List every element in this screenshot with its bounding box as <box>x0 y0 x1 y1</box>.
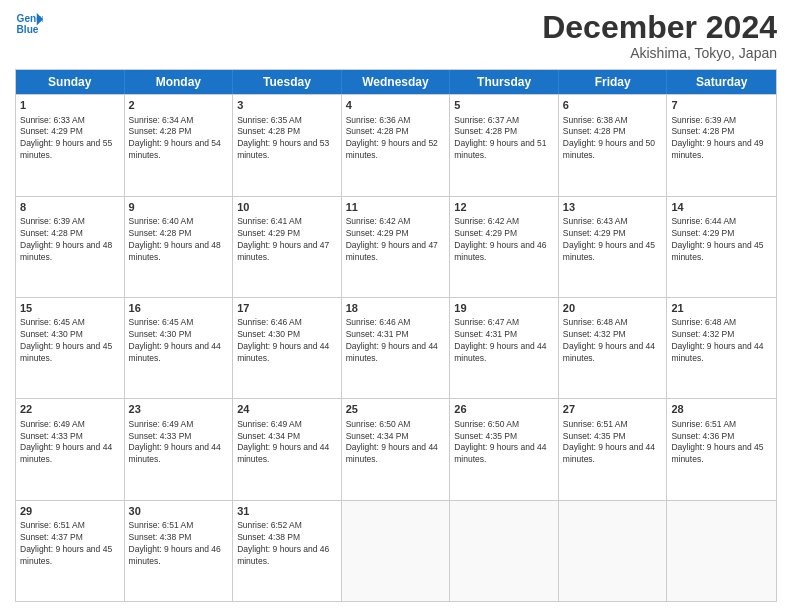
day-number: 19 <box>454 301 554 316</box>
day-header-tuesday: Tuesday <box>233 70 342 94</box>
daylight-text: Daylight: 9 hours and 45 minutes. <box>671 240 763 262</box>
daylight-text: Daylight: 9 hours and 44 minutes. <box>129 442 221 464</box>
sunset-text: Sunset: 4:33 PM <box>129 431 192 441</box>
sunset-text: Sunset: 4:37 PM <box>20 532 83 542</box>
daylight-text: Daylight: 9 hours and 44 minutes. <box>129 341 221 363</box>
sunset-text: Sunset: 4:28 PM <box>563 126 626 136</box>
day-cell-17: 17Sunrise: 6:46 AMSunset: 4:30 PMDayligh… <box>233 298 342 398</box>
day-cell-11: 11Sunrise: 6:42 AMSunset: 4:29 PMDayligh… <box>342 197 451 297</box>
sunset-text: Sunset: 4:28 PM <box>20 228 83 238</box>
sunset-text: Sunset: 4:28 PM <box>454 126 517 136</box>
sunset-text: Sunset: 4:28 PM <box>129 228 192 238</box>
sunrise-text: Sunrise: 6:44 AM <box>671 216 736 226</box>
daylight-text: Daylight: 9 hours and 54 minutes. <box>129 138 221 160</box>
day-header-friday: Friday <box>559 70 668 94</box>
empty-cell <box>667 501 776 601</box>
sunrise-text: Sunrise: 6:41 AM <box>237 216 302 226</box>
daylight-text: Daylight: 9 hours and 53 minutes. <box>237 138 329 160</box>
day-cell-9: 9Sunrise: 6:40 AMSunset: 4:28 PMDaylight… <box>125 197 234 297</box>
daylight-text: Daylight: 9 hours and 49 minutes. <box>671 138 763 160</box>
sunset-text: Sunset: 4:35 PM <box>454 431 517 441</box>
header: General Blue December 2024 Akishima, Tok… <box>15 10 777 61</box>
sunrise-text: Sunrise: 6:50 AM <box>346 419 411 429</box>
sunrise-text: Sunrise: 6:40 AM <box>129 216 194 226</box>
day-number: 27 <box>563 402 663 417</box>
sunrise-text: Sunrise: 6:51 AM <box>671 419 736 429</box>
sunrise-text: Sunrise: 6:42 AM <box>454 216 519 226</box>
day-number: 12 <box>454 200 554 215</box>
daylight-text: Daylight: 9 hours and 44 minutes. <box>454 341 546 363</box>
sunset-text: Sunset: 4:29 PM <box>346 228 409 238</box>
sunrise-text: Sunrise: 6:34 AM <box>129 115 194 125</box>
daylight-text: Daylight: 9 hours and 45 minutes. <box>563 240 655 262</box>
day-number: 18 <box>346 301 446 316</box>
day-cell-16: 16Sunrise: 6:45 AMSunset: 4:30 PMDayligh… <box>125 298 234 398</box>
daylight-text: Daylight: 9 hours and 48 minutes. <box>20 240 112 262</box>
calendar-body: 1Sunrise: 6:33 AMSunset: 4:29 PMDaylight… <box>16 94 776 601</box>
daylight-text: Daylight: 9 hours and 47 minutes. <box>237 240 329 262</box>
daylight-text: Daylight: 9 hours and 45 minutes. <box>20 544 112 566</box>
day-number: 16 <box>129 301 229 316</box>
day-cell-8: 8Sunrise: 6:39 AMSunset: 4:28 PMDaylight… <box>16 197 125 297</box>
day-number: 10 <box>237 200 337 215</box>
daylight-text: Daylight: 9 hours and 44 minutes. <box>237 341 329 363</box>
sunrise-text: Sunrise: 6:42 AM <box>346 216 411 226</box>
sunset-text: Sunset: 4:30 PM <box>129 329 192 339</box>
day-number: 7 <box>671 98 772 113</box>
sunset-text: Sunset: 4:29 PM <box>237 228 300 238</box>
daylight-text: Daylight: 9 hours and 44 minutes. <box>346 442 438 464</box>
sunset-text: Sunset: 4:34 PM <box>346 431 409 441</box>
day-cell-20: 20Sunrise: 6:48 AMSunset: 4:32 PMDayligh… <box>559 298 668 398</box>
title-block: December 2024 Akishima, Tokyo, Japan <box>542 10 777 61</box>
logo: General Blue <box>15 10 43 38</box>
sunrise-text: Sunrise: 6:46 AM <box>237 317 302 327</box>
sunrise-text: Sunrise: 6:49 AM <box>20 419 85 429</box>
week-row-2: 8Sunrise: 6:39 AMSunset: 4:28 PMDaylight… <box>16 196 776 297</box>
daylight-text: Daylight: 9 hours and 44 minutes. <box>20 442 112 464</box>
day-cell-3: 3Sunrise: 6:35 AMSunset: 4:28 PMDaylight… <box>233 95 342 195</box>
sunrise-text: Sunrise: 6:38 AM <box>563 115 628 125</box>
day-number: 28 <box>671 402 772 417</box>
sunrise-text: Sunrise: 6:51 AM <box>129 520 194 530</box>
day-number: 14 <box>671 200 772 215</box>
daylight-text: Daylight: 9 hours and 44 minutes. <box>671 341 763 363</box>
sunrise-text: Sunrise: 6:52 AM <box>237 520 302 530</box>
day-cell-27: 27Sunrise: 6:51 AMSunset: 4:35 PMDayligh… <box>559 399 668 499</box>
calendar-page: General Blue December 2024 Akishima, Tok… <box>0 0 792 612</box>
day-cell-1: 1Sunrise: 6:33 AMSunset: 4:29 PMDaylight… <box>16 95 125 195</box>
svg-text:Blue: Blue <box>17 24 39 35</box>
day-number: 24 <box>237 402 337 417</box>
sunset-text: Sunset: 4:36 PM <box>671 431 734 441</box>
day-cell-13: 13Sunrise: 6:43 AMSunset: 4:29 PMDayligh… <box>559 197 668 297</box>
day-number: 5 <box>454 98 554 113</box>
sunrise-text: Sunrise: 6:43 AM <box>563 216 628 226</box>
daylight-text: Daylight: 9 hours and 45 minutes. <box>20 341 112 363</box>
day-number: 21 <box>671 301 772 316</box>
daylight-text: Daylight: 9 hours and 50 minutes. <box>563 138 655 160</box>
daylight-text: Daylight: 9 hours and 46 minutes. <box>129 544 221 566</box>
sunrise-text: Sunrise: 6:37 AM <box>454 115 519 125</box>
day-number: 30 <box>129 504 229 519</box>
day-cell-14: 14Sunrise: 6:44 AMSunset: 4:29 PMDayligh… <box>667 197 776 297</box>
day-cell-31: 31Sunrise: 6:52 AMSunset: 4:38 PMDayligh… <box>233 501 342 601</box>
sunset-text: Sunset: 4:28 PM <box>237 126 300 136</box>
day-cell-30: 30Sunrise: 6:51 AMSunset: 4:38 PMDayligh… <box>125 501 234 601</box>
daylight-text: Daylight: 9 hours and 52 minutes. <box>346 138 438 160</box>
sunrise-text: Sunrise: 6:39 AM <box>20 216 85 226</box>
week-row-5: 29Sunrise: 6:51 AMSunset: 4:37 PMDayligh… <box>16 500 776 601</box>
day-cell-18: 18Sunrise: 6:46 AMSunset: 4:31 PMDayligh… <box>342 298 451 398</box>
day-number: 2 <box>129 98 229 113</box>
day-header-saturday: Saturday <box>667 70 776 94</box>
sunset-text: Sunset: 4:38 PM <box>237 532 300 542</box>
day-cell-7: 7Sunrise: 6:39 AMSunset: 4:28 PMDaylight… <box>667 95 776 195</box>
day-cell-29: 29Sunrise: 6:51 AMSunset: 4:37 PMDayligh… <box>16 501 125 601</box>
day-number: 13 <box>563 200 663 215</box>
day-number: 22 <box>20 402 120 417</box>
sunrise-text: Sunrise: 6:51 AM <box>563 419 628 429</box>
day-number: 4 <box>346 98 446 113</box>
day-number: 3 <box>237 98 337 113</box>
day-cell-28: 28Sunrise: 6:51 AMSunset: 4:36 PMDayligh… <box>667 399 776 499</box>
daylight-text: Daylight: 9 hours and 44 minutes. <box>237 442 329 464</box>
sunrise-text: Sunrise: 6:35 AM <box>237 115 302 125</box>
day-number: 15 <box>20 301 120 316</box>
